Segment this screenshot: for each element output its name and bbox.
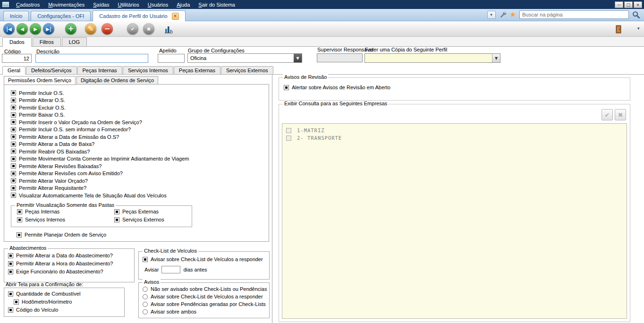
os-permission-item[interactable]: Permitir Incluir O.S. sem informar o For… [11,126,189,134]
os-permission-item[interactable]: Visualizar Automaticamente Tela de Situa… [11,192,189,199]
os-permission-item[interactable]: Permite Alterar Revisões Baixadas? [11,162,189,170]
check-all-button[interactable]: ✔ [602,109,613,120]
empresas-buttons: ✔ ✖ [602,109,626,120]
aviso-radio-option[interactable]: Avisar sobre ambos [143,309,196,314]
tab-defeitos-servicos[interactable]: Defeitos/Serviços [26,66,77,74]
close-tab-icon[interactable]: ✕ [172,13,179,20]
window-controls: — □ × [615,1,644,8]
abrir-tela-item[interactable]: Hodômetro/Horímetro [14,299,72,305]
favorites-star-icon[interactable]: ★ [510,11,516,18]
grupo-configuracoes-combo[interactable]: Oficina ▼ [187,53,302,63]
pasta-item[interactable]: Serviços Externos [114,217,164,222]
checkbox [17,217,22,222]
radio-button [143,294,148,299]
pasta-item[interactable]: Peças Externas [114,209,159,214]
aviso-radio-option[interactable]: Não ser avisado sobre Check-Lists ou Pen… [143,286,267,292]
copia-perfil-combo[interactable]: ▼ [364,53,500,63]
subtab-filtros[interactable]: Filtros [33,37,61,46]
tab-pecas-externas[interactable]: Peças Externas [174,66,220,74]
tab-servicos-externos[interactable]: Serviços Externos [221,66,273,74]
confirm-button[interactable]: ✔ [127,23,138,34]
next-record-button[interactable]: ▶ [30,23,41,34]
menu-item-utilitarios[interactable]: Utilitários [113,1,143,8]
subtab-dados[interactable]: Dados [2,37,32,47]
minimize-button[interactable]: — [615,1,623,8]
os-permission-item[interactable]: Permitir Inserir o Valor Orçado na Ordem… [11,119,189,126]
tab-configuracoes-ofi[interactable]: Configurações - OFI [31,11,91,21]
os-permission-item[interactable]: Permitir Alterar a Data de Baixa? [11,141,189,148]
checkbox [11,163,16,169]
aviso-radio-option[interactable]: Avisar sobre Check-List de Veículos a re… [143,294,263,299]
chart-button[interactable] [162,23,175,36]
os-permission-item[interactable]: Permitir Excluir O.S. [11,104,189,111]
checklist-avisar-checkbox[interactable]: Avisar sobre Check-List de Veículos a re… [143,256,263,262]
maximize-button[interactable]: □ [624,1,633,8]
tab-geral[interactable]: Geral [2,66,25,75]
page-search-icon[interactable] [632,11,640,19]
os-permission-item[interactable]: Permite Movimentar Conta Corrente ao Imp… [11,155,189,163]
dias-antes-field[interactable] [161,266,180,273]
delete-button[interactable]: − [102,23,113,34]
menu-item-usuarios[interactable]: Usuários [144,1,172,8]
search-page-input[interactable] [519,10,629,19]
tab-list-button[interactable]: ▾ [487,11,496,19]
os-permission-item[interactable]: Permite Alterar Revisões com Aviso Emiti… [11,170,189,178]
wrench-icon[interactable] [499,11,507,18]
os-permission-item[interactable]: Permite Alterar Valor Orçado? [11,177,189,185]
tab-servicos-internos[interactable]: Serviços Internos [123,66,173,74]
prev-record-button[interactable]: ◀ [17,23,28,34]
exit-door-icon[interactable] [612,23,625,36]
uncheck-all-button[interactable]: ✖ [615,109,626,120]
chevron-down-icon[interactable]: ▼ [294,54,302,62]
add-button[interactable]: + [65,23,76,34]
edit-button[interactable]: ✎ [85,23,96,34]
tab-cadastro-perfil-usuario[interactable]: Cadastro de Perfil do Usuário ✕ [93,10,185,21]
menu-item-sair[interactable]: Sair do Sistema [194,1,239,8]
checkbox [11,178,16,183]
menu-item-movimentacoes[interactable]: Movimentações [44,1,89,8]
tab-pecas-internas[interactable]: Peças Internas [77,66,122,74]
tab-permissoes-ordem-servico[interactable]: Permissões Ordem Serviço [4,76,76,85]
codigo-field[interactable] [2,54,32,63]
checkbox [11,186,16,191]
aviso-radio-option[interactable]: Avisar sobre Pendências geradas por Chec… [143,301,266,307]
checkbox-label: Permitir Baixar O.S. [19,112,65,118]
os-permission-item[interactable]: Permitir Alterar a Data de Emissão da O.… [11,133,189,141]
menu-item-ajuda[interactable]: Ajuda [172,1,194,8]
supervisor-field[interactable] [317,53,363,62]
os-permission-item[interactable]: Permitir Incluir O.S. [11,89,189,97]
menu-item-cadastros[interactable]: Cadastros [12,1,44,8]
tab-digitacao-ordens[interactable]: Digitação de Ordens de Serviço [76,76,158,85]
cancel-button[interactable]: ✖ [143,23,154,34]
first-record-button[interactable]: |◀ [3,23,15,34]
checkbox-label: Permitir Excluir O.S. [19,105,66,110]
abastecimento-item[interactable]: Permitir Alterar a Data do Abastecimento… [8,253,113,258]
empresa-row[interactable]: 1-MATRIZ [282,127,627,134]
empresas-list: 1-MATRIZ 2- TRANSPORTE [282,123,627,319]
pasta-item[interactable]: Peças Internas [17,209,59,214]
apelido-field[interactable] [158,54,185,63]
abrir-tela-item[interactable]: Quantidade de Combustível [8,291,80,297]
os-permission-item[interactable]: Permitir Baixar O.S. [11,111,189,119]
os-permission-item[interactable]: Permitir Reabrir OS Baixadas? [11,148,189,155]
chevron-down-icon[interactable]: ▼ [492,54,500,62]
checkbox-label: Permitir Inserir o Valor Orçado na Ordem… [19,119,142,125]
last-record-button[interactable]: ▶| [43,23,54,34]
pasta-item[interactable]: Serviços Internos [17,217,65,222]
os-permission-item[interactable]: Permitir Alterar Requisitante? [11,185,189,192]
os-permission-item[interactable]: Permitir Alterar O.S. [11,97,189,104]
tab-inicio[interactable]: Início [3,11,29,21]
empresa-row[interactable]: 2- TRANSPORTE [282,134,627,142]
subtab-log[interactable]: LOG [62,37,87,46]
close-button[interactable]: × [634,1,642,8]
checkbox [11,127,16,132]
abastecimento-item[interactable]: Exige Funcionário do Abastecimento? [8,269,103,274]
toolbar-overflow-button[interactable]: ▾ [637,26,640,31]
abastecimento-item[interactable]: Permitir Alterar a Hora do Abastecimento… [8,261,113,266]
checkbox [286,128,291,133]
abrir-tela-item[interactable]: Código do Veículo [8,307,58,313]
menu-item-saidas[interactable]: Saídas [89,1,113,8]
planejar-os-checkbox[interactable]: Permite Planejar Ordem de Serviço [17,232,106,238]
alertar-revisao-checkbox[interactable]: Alertar sobre Avisos de Revisão em Abert… [284,85,390,90]
descricao-field[interactable] [35,54,148,63]
